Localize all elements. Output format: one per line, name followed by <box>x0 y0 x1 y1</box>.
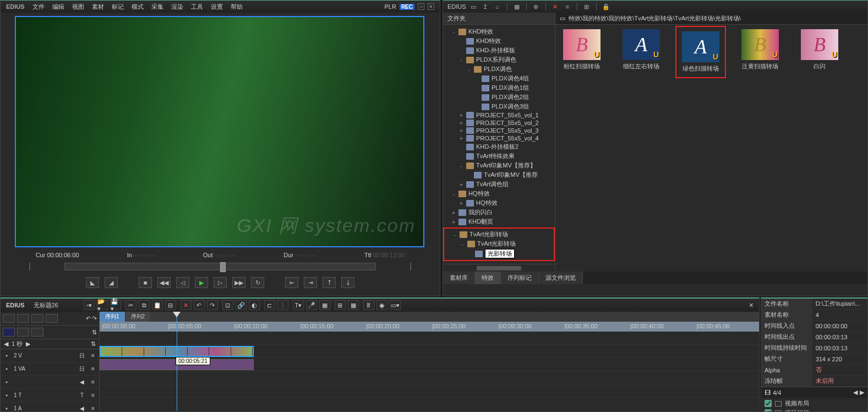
menu-mode[interactable]: 模式 <box>132 3 144 11</box>
copy-icon[interactable]: ⧉ <box>139 300 150 310</box>
track-header[interactable]: ▪1 A◀≡ <box>1 402 99 412</box>
timeline-tracks[interactable]: 序列1 序列2 |00:00:00:00|00:00:05:00|00:00:1… <box>100 312 759 411</box>
tree-item[interactable]: +PROJECT_55x5_vol_2 <box>443 119 555 127</box>
close-button[interactable]: × <box>428 3 434 10</box>
tab-bin[interactable]: 素材库 <box>443 272 475 284</box>
track-2v[interactable] <box>100 332 759 345</box>
up-icon[interactable]: ↥ <box>481 2 490 11</box>
tree-item[interactable]: 光影转场 <box>444 248 554 259</box>
tree-item[interactable]: +PROJECT_55x5_vol_1 <box>443 111 555 119</box>
tree-item[interactable]: +HQ特效 <box>443 198 555 208</box>
effect-thumb[interactable]: BU白闪 <box>798 29 842 71</box>
tree-item[interactable]: KHD-外挂模板 <box>443 46 555 55</box>
stop-button[interactable]: ■ <box>139 277 152 288</box>
jog-slider[interactable] <box>410 263 411 270</box>
redo-icon[interactable]: ↷ <box>207 300 218 310</box>
tree-item[interactable]: KHD特效 <box>443 36 555 46</box>
a-patch-icon[interactable] <box>17 328 29 337</box>
insert-mode-icon[interactable] <box>3 314 15 323</box>
effect-thumb[interactable]: BU泛黄扫描转场 <box>738 29 782 71</box>
rewind-button[interactable]: ◀◀ <box>157 277 171 288</box>
effect-thumb[interactable]: AU绿色扫描转场 <box>679 29 723 75</box>
track-header[interactable]: ▪1 VA日≡ <box>1 362 99 376</box>
menu-help[interactable]: 帮助 <box>231 3 243 11</box>
marker-icon[interactable]: ▦ <box>348 300 359 310</box>
video-preview[interactable] <box>15 16 424 247</box>
track-menu-icon[interactable]: ≡ <box>89 392 97 399</box>
mark-out-icon[interactable]: ◢ <box>105 277 118 288</box>
ripple-icon[interactable]: ⊟ <box>165 300 176 310</box>
undo-nav[interactable]: ↶ <box>86 315 91 322</box>
redo-nav[interactable]: ↷ <box>92 315 97 322</box>
mark-in-icon[interactable]: ◣ <box>86 277 99 288</box>
tree-item[interactable]: PLDX调色1组 <box>443 83 555 93</box>
track-src-icon[interactable]: ▪ <box>3 379 10 386</box>
tab-source[interactable]: 源文件浏览 <box>539 272 583 284</box>
new-icon[interactable]: ▫▾ <box>84 300 95 310</box>
fit-icon[interactable]: ⇅ <box>91 340 96 348</box>
track-header[interactable]: ▪◀≡ <box>1 376 99 389</box>
track-src-icon[interactable]: ▪ <box>3 353 10 359</box>
menu-capture[interactable]: 采集 <box>151 3 163 11</box>
loop-button[interactable]: ↻ <box>251 277 264 288</box>
zoom-next[interactable]: ▶ <box>26 340 30 348</box>
tree-item[interactable]: +TvArt调色组 <box>443 180 555 189</box>
delete-icon[interactable]: ✕ <box>550 2 560 11</box>
tree-item[interactable]: +PROJECT_55x5_vol_4 <box>443 134 555 142</box>
delete-clip-icon[interactable]: ✕ <box>181 300 192 310</box>
track-src-icon[interactable]: ▪ <box>3 392 10 399</box>
split-icon[interactable]: ⋮ <box>277 300 288 310</box>
folder-tree[interactable]: -KHD特效KHD特效KHD-外挂模板-PLDX系列调色-PLDX调色PLDX调… <box>443 25 555 264</box>
zoom-prev[interactable]: ◀ <box>4 340 8 348</box>
seq-tab-2[interactable]: 序列2 <box>125 312 151 322</box>
sort-icon[interactable]: ⊞ <box>582 2 592 11</box>
snap-icon[interactable]: ⊞ <box>335 300 346 310</box>
tab-markers[interactable]: 序列标记 <box>501 272 539 284</box>
track-menu-icon[interactable]: ≡ <box>89 379 97 386</box>
group-icon[interactable]: ⊡ <box>222 300 233 310</box>
tree-item[interactable]: -TvArt印象MV【推荐】 <box>443 161 555 170</box>
menu-marker[interactable]: 标记 <box>112 3 124 11</box>
overwrite-button[interactable]: ⤓ <box>341 277 354 288</box>
tree-item[interactable]: -HQ特效 <box>443 189 555 198</box>
menu-edit[interactable]: 编辑 <box>52 3 64 11</box>
tree-item[interactable]: +PROJECT_55x5_vol_3 <box>443 127 555 134</box>
menu-file[interactable]: 文件 <box>32 3 45 11</box>
patch3-icon[interactable] <box>31 328 43 337</box>
sync-mode-icon[interactable] <box>46 314 58 323</box>
pager-prev[interactable]: ◀ <box>853 389 858 396</box>
track-src-icon[interactable]: ▪ <box>3 405 10 412</box>
add-icon[interactable]: ⊕ <box>531 2 541 11</box>
next-frame-button[interactable]: ▷ <box>214 277 227 288</box>
tree-scrollbar[interactable] <box>443 264 555 272</box>
effect-check[interactable]: 视频布局 <box>765 399 864 408</box>
menu-clip[interactable]: 素材 <box>92 3 104 11</box>
tree-item[interactable]: TvArt特殊效果 <box>443 151 555 161</box>
track-header[interactable]: ▪1 TT≡ <box>1 389 99 402</box>
menu-tools[interactable]: 工具 <box>191 3 203 11</box>
search-icon[interactable]: ⌕ <box>493 2 503 11</box>
insert-button[interactable]: ⤒ <box>323 277 336 288</box>
track-menu-icon[interactable]: ≡ <box>89 405 97 412</box>
tree-item[interactable]: -TvArt光影转场 <box>444 239 554 248</box>
prev-frame-button[interactable]: ◁ <box>176 277 189 288</box>
mixer-icon[interactable]: 🎚 <box>363 300 374 310</box>
pager-next[interactable]: ▶ <box>860 389 864 396</box>
trim-icon[interactable]: ⊏ <box>264 300 275 310</box>
tree-item[interactable]: -PLDX调色 <box>443 64 555 74</box>
lock-icon[interactable]: 🔒 <box>601 2 611 11</box>
track-menu-icon[interactable]: ≡ <box>89 366 97 372</box>
render-icon[interactable]: ▦ <box>319 300 330 310</box>
tree-item[interactable]: KHD-外挂模板2 <box>443 142 555 151</box>
speed-slider[interactable] <box>29 263 30 270</box>
tree-item[interactable]: TvArt印象MV【推荐 <box>443 170 555 180</box>
menu-view[interactable]: 视图 <box>72 3 84 11</box>
scrub-slider[interactable] <box>64 263 376 270</box>
effect-check[interactable]: 循环幻灯 <box>765 408 864 412</box>
cut-icon[interactable]: ✂ <box>125 300 137 310</box>
layout-icon[interactable]: ▭▾ <box>390 300 401 310</box>
save-icon[interactable]: 💾▾ <box>110 300 121 310</box>
lock-tracks-icon[interactable]: ⇅ <box>92 329 97 336</box>
paste-icon[interactable]: 📋 <box>152 300 163 310</box>
folder-icon[interactable]: ▭ <box>468 2 478 11</box>
